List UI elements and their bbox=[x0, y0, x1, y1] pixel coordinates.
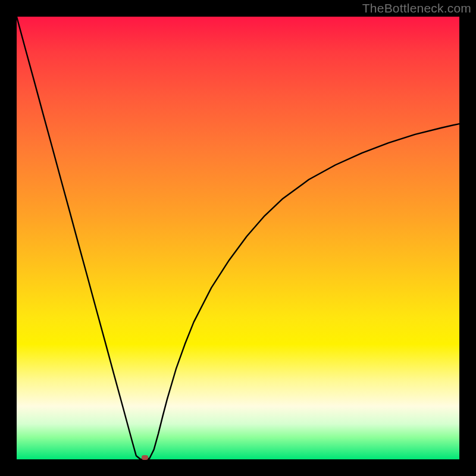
watermark-text: TheBottleneck.com bbox=[362, 1, 471, 15]
plot-area bbox=[17, 17, 459, 459]
bottleneck-curve bbox=[17, 17, 459, 459]
chart-frame: { "watermark": "TheBottleneck.com", "col… bbox=[0, 0, 476, 476]
optimal-marker bbox=[142, 455, 148, 460]
